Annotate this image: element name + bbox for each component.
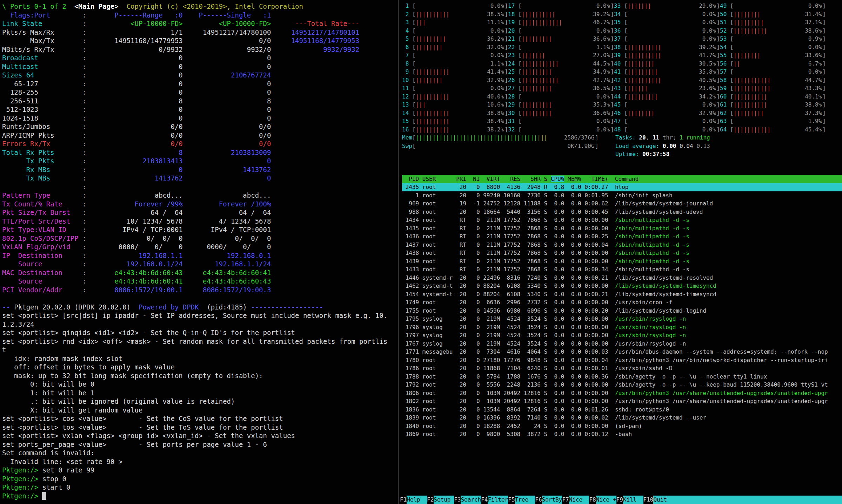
process-row-1446[interactable]: 1446 systemd-r 20 0 22496 8316 7240 S 0.… xyxy=(402,274,842,282)
fkey-F3[interactable]: F3 xyxy=(454,496,461,504)
process-row-1795[interactable]: 1795 syslog 20 0 219M 4524 3524 S 0.0 0.… xyxy=(402,315,842,323)
cpu-number: 59 xyxy=(720,84,727,93)
process-row-1869[interactable]: 1869 root 20 0 9800 5308 3872 S 0.0 0.0 … xyxy=(402,430,842,438)
process-row-1454[interactable]: 1454 systemd-t 20 0 88204 6108 5340 S 0.… xyxy=(402,290,842,299)
stat-value: 0/ 0/ 0 xyxy=(183,234,271,242)
cpu-percent: 35.3% xyxy=(593,101,610,109)
fkey-F7[interactable]: F7 xyxy=(562,496,569,504)
fkey-label-F10[interactable]: Quit xyxy=(653,496,842,504)
fkey-F10[interactable]: F10 xyxy=(643,496,654,504)
column-header-cpu-sort[interactable]: CPU% xyxy=(551,176,564,182)
cpu-bar: |||||| xyxy=(628,85,648,91)
cpu-bar: |||||||||| xyxy=(628,44,661,50)
process-row-1437[interactable]: 1437 root RT 0 211M 17752 7868 S 0.0 0.0… xyxy=(402,241,842,249)
process-row-1436[interactable]: 1436 root RT 0 211M 17752 7868 S 0.0 0.0… xyxy=(402,232,842,241)
fkey-label-F5[interactable]: Tree xyxy=(515,496,535,504)
stat-value: 0/0 xyxy=(86,131,183,139)
process-row-1780[interactable]: 1780 root 20 0 27180 17276 9848 S 0.0 0.… xyxy=(402,356,842,365)
process-row-988[interactable]: 988 root 20 0 18664 5440 3156 S 0.0 0.0 … xyxy=(402,208,842,216)
cpu-number: 18 xyxy=(508,10,515,19)
fkey-F2[interactable]: F2 xyxy=(427,496,434,504)
cpu-bar: ||||||| xyxy=(628,2,651,9)
cpu-number: 25 xyxy=(508,68,515,76)
cpu-percent: 0.0% xyxy=(702,35,716,43)
cpu-number: 47 xyxy=(614,117,621,125)
cpu-bar-area: 1.9% xyxy=(734,117,823,125)
cpu-bar: ||||||||||| xyxy=(522,60,559,67)
process-command: /sbin/multipathd -d -s xyxy=(615,258,689,265)
process-row-1462[interactable]: 1462 systemd-t 20 0 88204 6108 5340 S 0.… xyxy=(402,282,842,290)
process-row-1840[interactable]: 1840 root 20 0 18288 2452 24 S 0.0 0.0 0… xyxy=(402,422,842,430)
cpu-meter-41: 41 [|||||||||35.8%] xyxy=(614,68,720,76)
stat-value: 8 xyxy=(86,149,183,156)
process-row-1438[interactable]: 1438 root RT 0 211M 17752 7868 S 0.0 0.0… xyxy=(402,249,842,257)
column-headers-right[interactable]: MEM% TIME+ Command xyxy=(564,176,639,182)
process-row-1433[interactable]: 1433 root RT 0 211M 17752 7868 S 0.0 0.0… xyxy=(402,265,842,274)
fkey-label-F9[interactable]: Kill xyxy=(623,496,643,504)
cpu-number: 46 xyxy=(614,109,621,117)
fkey-label-F1[interactable]: Help xyxy=(407,496,427,504)
cpu-percent: 0.0% xyxy=(702,18,716,27)
fkey-F4[interactable]: F4 xyxy=(481,496,488,504)
process-command: /usr/sbin/cron -f xyxy=(615,299,673,306)
stat-label: IP Destination xyxy=(2,252,82,259)
process-row-1839[interactable]: 1839 root 20 0 16396 8392 7140 S 0.0 0.0… xyxy=(402,414,842,422)
fkey-label-F4[interactable]: Filter xyxy=(488,496,508,504)
cpu-percent: 0.0% xyxy=(490,27,504,35)
process-row-1792[interactable]: 1792 root 20 0 5556 2248 2136 S 0.0 0.0 … xyxy=(402,381,842,389)
cpu-bar-area: |||||||||||43.3% xyxy=(734,84,823,93)
process-row-1836[interactable]: 1836 root 20 0 13544 8864 7264 S 0.0 0.0… xyxy=(402,406,842,414)
cpu-number: 19 xyxy=(508,18,515,27)
cpu-percent: 0.0% xyxy=(808,43,822,52)
process-row-1755[interactable]: 1755 root 20 0 14596 6980 6096 S 0.0 0.0… xyxy=(402,307,842,315)
fkey-F1[interactable]: F1 xyxy=(400,496,407,504)
cpu-number: 17 xyxy=(508,2,515,10)
meter-bar: |||||||||||||||||||||||||||||||||||| xyxy=(416,134,537,141)
cpu-percent: 38.4% xyxy=(487,117,504,125)
command-prompt[interactable]: Pktgen:/> xyxy=(2,492,398,500)
fkey-label-F7[interactable]: Nice - xyxy=(569,496,589,504)
process-command: /lib/systemd/systemd-logind xyxy=(615,307,706,314)
process-row-1[interactable]: 1 root 20 0 99240 10160 7736 S 0.0 0.0 0… xyxy=(402,191,842,200)
cpu-bar-area: ||||||||32.0% xyxy=(416,43,505,52)
cpu-percent: 36.6% xyxy=(593,109,610,117)
fkey-F6[interactable]: F6 xyxy=(535,496,542,504)
cpu-percent: 33.6% xyxy=(805,51,822,60)
stat-value: 0 xyxy=(183,63,271,70)
cpu-bar-area: |||||||||36.6% xyxy=(522,109,611,117)
process-row-1802[interactable]: 1802 root 20 0 103M 20492 12816 S 0.0 0.… xyxy=(402,397,842,406)
process-row-2435[interactable]: 2435 root 20 0 8800 4136 2948 R 0.8 0.0 … xyxy=(402,183,842,191)
fkey-F8[interactable]: F8 xyxy=(589,496,596,504)
process-command: /sbin/multipathd -d -s xyxy=(615,250,689,256)
fkey-label-F2[interactable]: Setup xyxy=(434,496,454,504)
fkey-F5[interactable]: F5 xyxy=(508,496,515,504)
text-segment: Invalid line: <set rate 90 > xyxy=(2,458,122,465)
cpu-meter-60: 60 [||||||||||40.1%] xyxy=(720,93,826,101)
process-row-1797[interactable]: 1797 syslog 20 0 219M 4524 3524 S 0.0 0.… xyxy=(402,331,842,340)
process-row-1439[interactable]: 1439 root RT 0 211M 17752 7868 S 0.0 0.0… xyxy=(402,257,842,266)
process-row-1767[interactable]: 1767 syslog 20 0 219M 4524 3524 S 0.0 0.… xyxy=(402,340,842,348)
process-row-1749[interactable]: 1749 root 20 0 6636 2996 2732 S 0.0 0.0 … xyxy=(402,298,842,307)
fkey-label-F3[interactable]: Search xyxy=(461,496,481,504)
process-row-1771[interactable]: 1771 messagebu 20 0 7304 4616 4064 S 0.0… xyxy=(402,348,842,356)
process-row-1796[interactable]: 1796 syslog 20 0 219M 4524 3524 S 0.0 0.… xyxy=(402,323,842,332)
fkey-label-F8[interactable]: Nice + xyxy=(596,496,616,504)
process-row-1434[interactable]: 1434 root RT 0 211M 17752 7868 S 0.0 0.0… xyxy=(402,216,842,224)
process-row-1806[interactable]: 1806 root 20 0 103M 20492 12816 S 0.0 0.… xyxy=(402,389,842,397)
fkey-F9[interactable]: F9 xyxy=(616,496,623,504)
stat-label: Broadcast xyxy=(2,54,82,62)
process-row-1788[interactable]: 1788 root 20 0 5784 1788 1676 S 0.0 0.0 … xyxy=(402,373,842,381)
process-row-969[interactable]: 969 root 19 -1 24752 12128 11188 S 0.0 0… xyxy=(402,199,842,208)
column-headers-left[interactable]: PID USER PRI NI VIRT RES SHR S xyxy=(402,176,551,182)
cpu-bar: ||||||||| xyxy=(628,68,658,75)
fkey-label-F6[interactable]: SortBy xyxy=(542,496,562,504)
process-row-1786[interactable]: 1786 root 20 0 11868 7104 6240 S 0.0 0.0… xyxy=(402,364,842,373)
cpu-row: 6 [||||||||32.0%]22 [1.1%]38 [||||||||||… xyxy=(402,43,842,52)
cpu-number: 12 xyxy=(402,93,409,101)
cpu-percent: 37.3% xyxy=(805,109,822,117)
process-fields: 1780 root 20 0 27180 17276 9848 S 0.0 0.… xyxy=(402,357,615,363)
cpu-row: 7 [0.0%]23 [|||||||27.0%]39 [||||||||||4… xyxy=(402,51,842,60)
process-row-1435[interactable]: 1435 root RT 0 211M 17752 7868 S 0.0 0.0… xyxy=(402,224,842,233)
text-segment: stop 0 xyxy=(42,475,66,483)
cpu-percent: 36.5% xyxy=(593,84,610,93)
